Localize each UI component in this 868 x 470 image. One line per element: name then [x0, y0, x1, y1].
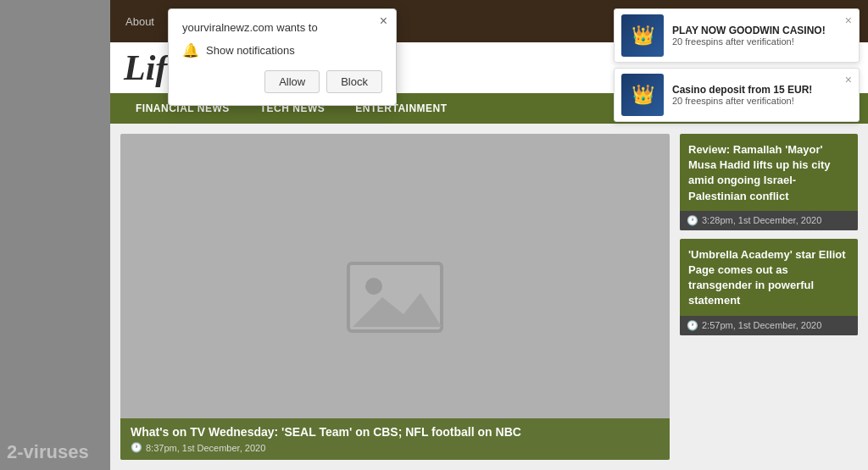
ad-banner-1[interactable]: 👑 PLAY NOW GOODWIN CASINO! 20 freespins … — [614, 8, 860, 63]
clock-icon: 🕐 — [131, 442, 142, 453]
sidebar-article-1-title: Review: Ramallah 'Mayor' Musa Hadid lift… — [688, 142, 849, 204]
svg-point-1 — [365, 278, 382, 295]
dialog-notification-label: Show notifications — [206, 44, 295, 57]
website-frame: About Privacy Life FINANCIAL NEWS TECH N… — [110, 0, 868, 470]
casino-logo-1: 👑 — [621, 14, 664, 57]
ad-title-1: PLAY NOW GOODWIN CASINO! — [672, 25, 838, 36]
ad-text-1: PLAY NOW GOODWIN CASINO! 20 freespins af… — [672, 25, 852, 47]
allow-button[interactable]: Allow — [264, 70, 320, 93]
ad-banner-2[interactable]: 👑 Casino deposit from 15 EUR! 20 freespi… — [614, 68, 860, 122]
nav-item-about[interactable]: About — [120, 12, 159, 31]
crown-icon-1: 👑 — [632, 25, 654, 47]
ad-close-button-1[interactable]: × — [845, 14, 852, 27]
sidebar-article-1-time: 🕐 3:28pm, 1st December, 2020 — [680, 211, 858, 230]
ad-title-2: Casino deposit from 15 EUR! — [672, 84, 838, 96]
image-placeholder-icon — [344, 259, 446, 335]
dialog-close-button[interactable]: × — [380, 14, 387, 28]
notification-dialog: × yourviralnewz.com wants to 🔔 Show noti… — [168, 8, 397, 106]
feature-article[interactable]: What's on TV Wednesday: 'SEAL Team' on C… — [120, 134, 670, 460]
casino-logo-2: 👑 — [621, 74, 664, 116]
ad-text-2: Casino deposit from 15 EUR! 20 freespins… — [672, 84, 852, 106]
sidebar: Review: Ramallah 'Mayor' Musa Hadid lift… — [680, 134, 858, 460]
feature-caption: What's on TV Wednesday: 'SEAL Team' on C… — [120, 418, 670, 460]
feature-image — [120, 134, 670, 460]
crown-icon-2: 👑 — [632, 84, 654, 106]
ad-container: 👑 PLAY NOW GOODWIN CASINO! 20 freespins … — [614, 8, 860, 122]
ad-subtitle-2: 20 freespins after verification! — [672, 96, 838, 106]
sidebar-card-1[interactable]: Review: Ramallah 'Mayor' Musa Hadid lift… — [680, 134, 858, 230]
sidebar-card-2[interactable]: 'Umbrella Academy' star Elliot Page come… — [680, 239, 858, 335]
dialog-header: yourviralnewz.com wants to — [182, 21, 382, 34]
feature-time: 🕐 8:37pm, 1st December, 2020 — [131, 442, 659, 453]
dialog-notification-row: 🔔 Show notifications — [182, 42, 382, 58]
dialog-buttons: Allow Block — [182, 70, 382, 93]
sidebar-article-2-title: 'Umbrella Academy' star Elliot Page come… — [688, 247, 849, 309]
ad-close-button-2[interactable]: × — [845, 73, 852, 86]
block-button[interactable]: Block — [326, 70, 382, 93]
bell-icon: 🔔 — [182, 42, 199, 58]
feature-title: What's on TV Wednesday: 'SEAL Team' on C… — [131, 425, 659, 439]
clock-icon-2: 🕐 — [687, 320, 698, 331]
watermark-label: 2-viruses — [7, 441, 89, 463]
sidebar-article-2-time: 🕐 2:57pm, 1st December, 2020 — [680, 316, 858, 335]
ad-subtitle-1: 20 freespins after verification! — [672, 36, 838, 47]
clock-icon-1: 🕐 — [687, 215, 698, 226]
main-content: What's on TV Wednesday: 'SEAL Team' on C… — [110, 124, 868, 470]
